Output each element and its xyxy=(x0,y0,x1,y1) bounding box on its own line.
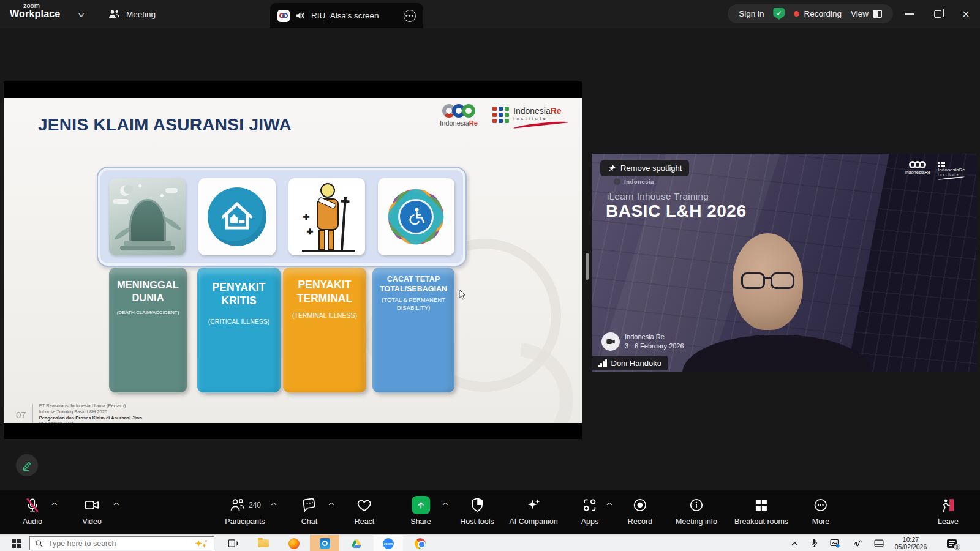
tab-meeting[interactable]: Meeting xyxy=(108,0,156,28)
claim-card-critical: PENYAKIT KRITIS (CRITICAL ILLNESS) xyxy=(197,268,281,392)
tray-screenshot-button[interactable] xyxy=(826,535,844,551)
leave-icon xyxy=(940,496,956,514)
brand-workplace: Workplace xyxy=(10,9,60,19)
copilot-sparkle-icon xyxy=(193,539,209,549)
drive-button[interactable] xyxy=(342,535,371,551)
camera-avatar-icon xyxy=(601,332,620,351)
claim-card-disability: CACAT TETAP TOTAL/SEBAGIAN (TOTAL & PERM… xyxy=(372,268,454,392)
file-explorer-button[interactable] xyxy=(249,535,278,551)
host-tools-button[interactable]: Host tools xyxy=(460,496,494,526)
apps-options-chevron[interactable]: ^ xyxy=(608,501,611,509)
chrome-icon xyxy=(415,538,426,549)
breakout-rooms-button[interactable]: Breakout rooms xyxy=(734,496,788,526)
video-org-label: Indonesia Re xyxy=(625,333,665,340)
meeting-status-bar: Sign in ✓ Recording View xyxy=(728,4,893,23)
leave-button[interactable]: Leave xyxy=(938,496,959,526)
participants-icon xyxy=(229,498,245,512)
annotate-button[interactable] xyxy=(16,454,38,476)
view-button[interactable]: View xyxy=(851,9,882,18)
minimize-button[interactable] xyxy=(895,0,924,28)
close-button[interactable]: ✕ xyxy=(952,0,980,28)
injured-person-icon: ✚ ✚ xyxy=(288,178,365,255)
tray-display-button[interactable] xyxy=(870,535,888,551)
chevron-down-icon[interactable]: v xyxy=(78,11,84,18)
start-button[interactable] xyxy=(5,535,28,551)
security-shield-icon[interactable]: ✓ xyxy=(773,8,785,20)
tray-mic-button[interactable] xyxy=(805,535,823,551)
share-screen-icon xyxy=(412,496,430,514)
windows-logo-icon xyxy=(12,539,21,549)
ellipsis-icon xyxy=(813,496,829,514)
share-button[interactable]: Share xyxy=(410,496,431,526)
training-series-label: iLearn Inhouse Training xyxy=(607,191,709,201)
tray-photo-icon xyxy=(830,539,840,548)
video-logos: IndonesiaRe IndonesiaRe Institute xyxy=(905,161,965,179)
workplace-app-icon xyxy=(277,10,290,22)
ai-companion-button[interactable]: AI Companion xyxy=(509,496,557,526)
signal-bars-icon xyxy=(598,359,607,367)
share-options-chevron[interactable]: ^ xyxy=(443,501,447,509)
task-view-button[interactable] xyxy=(218,535,247,551)
tombstone-icon xyxy=(109,178,186,255)
pencil-icon xyxy=(21,460,33,471)
outlook-icon xyxy=(320,538,330,549)
minimize-icon xyxy=(905,13,914,15)
tab-options-icon[interactable]: ••• xyxy=(404,10,416,22)
apps-icon xyxy=(582,496,598,514)
spotlight-video-tile[interactable]: Remove spotlight Indonesia iLearn Inhous… xyxy=(592,154,976,372)
sign-in-button[interactable]: Sign in xyxy=(739,9,764,18)
video-button[interactable]: Video xyxy=(82,496,102,526)
panel-resize-handle[interactable] xyxy=(586,253,589,280)
video-options-chevron[interactable]: ^ xyxy=(115,501,118,509)
tray-display-icon xyxy=(874,539,884,547)
close-icon: ✕ xyxy=(962,9,970,20)
notification-center-button[interactable]: 8 xyxy=(938,535,965,551)
chrome-button[interactable] xyxy=(405,535,435,551)
dots-logo-icon xyxy=(492,107,509,126)
info-icon xyxy=(688,496,704,514)
slide-title: JENIS KLAIM ASURANSI JIWA xyxy=(38,115,292,135)
participants-count-badge: 240 xyxy=(249,501,261,509)
tray-ink-button[interactable] xyxy=(849,535,867,551)
taskbar-clock[interactable]: 10:27 05/02/2026 xyxy=(887,536,935,550)
remove-spotlight-button[interactable]: Remove spotlight xyxy=(600,160,689,176)
chat-options-chevron[interactable]: ^ xyxy=(330,501,333,509)
apps-button[interactable]: Apps xyxy=(581,496,599,526)
card-subtitle: (DEATH CLAIM/ACCIDENT) xyxy=(109,310,187,316)
search-input[interactable] xyxy=(48,539,188,548)
react-button[interactable]: React xyxy=(355,496,375,526)
tray-chevron-button[interactable] xyxy=(785,535,804,551)
chat-icon xyxy=(301,496,317,514)
notification-icon: 8 xyxy=(947,539,957,548)
firefox-button[interactable] xyxy=(279,535,309,551)
participants-button[interactable]: 240 Participants xyxy=(225,496,265,526)
chat-button[interactable]: Chat xyxy=(301,496,317,526)
participants-options-chevron[interactable]: ^ xyxy=(272,501,275,509)
task-view-icon xyxy=(228,539,238,548)
slide-page-number: 07 xyxy=(16,410,26,420)
slide-footer: 07 PT Reasuransi Indonesia Utama (Perser… xyxy=(16,403,142,423)
claim-card-death: MENINGGAL DUNIA (DEATH CLAIM/ACCIDENT) xyxy=(109,268,187,392)
folder-icon xyxy=(258,539,269,547)
camera-icon xyxy=(83,496,100,514)
more-button[interactable]: More xyxy=(812,496,829,526)
outlook-button[interactable] xyxy=(310,535,339,551)
card-subtitle: (TERMINAL ILLNESS) xyxy=(283,312,366,320)
card-subtitle: (CRITICAL ILLNESS) xyxy=(197,318,281,326)
taskbar-search[interactable] xyxy=(29,536,214,550)
restore-icon xyxy=(934,10,941,18)
firefox-icon xyxy=(288,538,300,549)
audio-button[interactable]: Audio xyxy=(23,496,42,526)
participants-icon xyxy=(108,9,120,20)
footer-line: PT Reasuransi Indonesia Utama (Persero) xyxy=(39,403,142,409)
zoom-app-button[interactable]: zoom xyxy=(374,535,403,551)
participant-name: Doni Handoko xyxy=(611,359,662,368)
restore-button[interactable] xyxy=(924,0,952,28)
tab-shared-screen[interactable]: RIU_Alsa's screen ••• xyxy=(270,3,423,28)
meeting-info-button[interactable]: Meeting info xyxy=(676,496,717,526)
participant-name-tag: Doni Handoko xyxy=(592,356,668,370)
record-button[interactable]: Record xyxy=(628,496,652,526)
shared-screen-slide: JENIS KLAIM ASURANSI JIWA IndonesiaRe In… xyxy=(4,81,582,439)
audio-options-chevron[interactable]: ^ xyxy=(53,501,56,509)
recording-dot-icon xyxy=(794,11,799,17)
